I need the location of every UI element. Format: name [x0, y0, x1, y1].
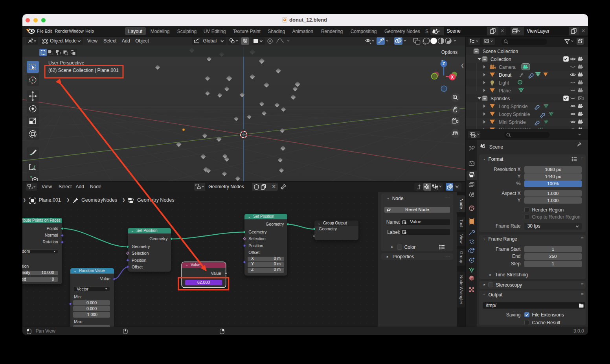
svg-text:❮: ❮	[461, 63, 464, 68]
svg-text:User Perspective: User Perspective	[48, 60, 85, 66]
svg-text:(62) Scene Collection | Plane.: (62) Scene Collection | Plane.001	[48, 68, 119, 73]
svg-text:X: X	[451, 75, 454, 79]
